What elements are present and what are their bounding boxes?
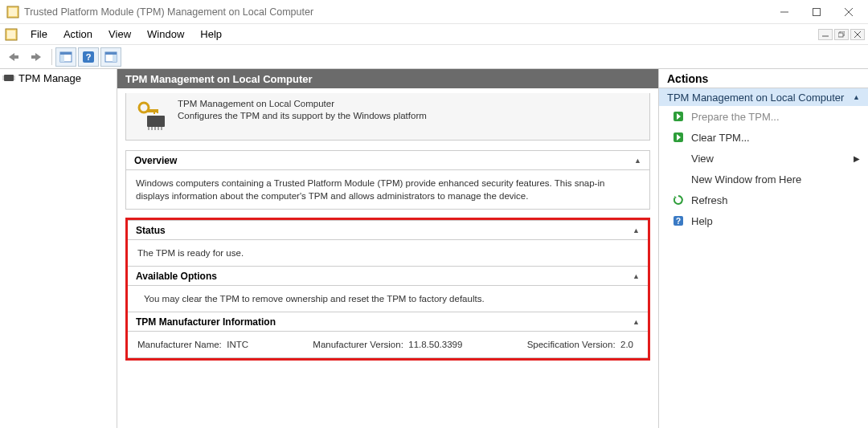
help-icon: ? (672, 214, 685, 227)
collapse-icon: ▲ (633, 272, 640, 280)
mfr-name-cell: Manufacturer Name: INTC (137, 338, 248, 351)
show-hide-tree-button[interactable] (55, 47, 76, 67)
options-section: Available Options ▲ You may clear the TP… (128, 267, 648, 312)
blank-icon (672, 152, 685, 165)
tpm-chip-icon (2, 71, 16, 84)
status-section: Status ▲ The TPM is ready for use. (128, 220, 648, 267)
child-restore-button[interactable] (834, 29, 849, 40)
overview-title: Overview (134, 155, 177, 166)
action-view[interactable]: View ▶ (659, 148, 868, 169)
actions-group-label: TPM Management on Local Computer (667, 92, 844, 104)
svg-rect-7 (7, 31, 15, 39)
child-minimize-button[interactable] (818, 29, 833, 40)
app-icon (6, 6, 19, 18)
actions-group-header[interactable]: TPM Management on Local Computer ▲ (659, 88, 868, 106)
chevron-right-icon: ▶ (854, 154, 860, 163)
options-title: Available Options (136, 271, 217, 282)
svg-rect-21 (105, 52, 117, 55)
back-button[interactable] (3, 47, 24, 67)
spec-version-value: 2.0 (620, 340, 633, 349)
action-refresh[interactable]: Refresh (659, 190, 868, 210)
main-panes: TPM Manage TPM Management on Local Compu… (0, 69, 868, 428)
svg-rect-17 (60, 55, 64, 62)
action-clear-label: Clear TPM... (691, 132, 750, 144)
center-pane: TPM Management on Local Computer (117, 69, 659, 428)
collapse-icon: ▲ (634, 157, 641, 165)
window-title: Trusted Platform Module (TPM) Management… (24, 6, 768, 18)
arrow-right-green-icon (672, 131, 685, 144)
svg-rect-3 (813, 8, 821, 15)
menu-action[interactable]: Action (55, 26, 100, 43)
menu-window[interactable]: Window (139, 26, 192, 43)
action-help[interactable]: ? Help (659, 210, 868, 231)
child-window-controls (818, 29, 865, 40)
tree-root-item[interactable]: TPM Manage (0, 69, 117, 87)
mfr-version-label: Manufacturer Version: (313, 340, 403, 349)
svg-rect-13 (14, 55, 18, 59)
svg-rect-16 (60, 52, 72, 55)
menu-view[interactable]: View (100, 26, 139, 43)
key-chip-icon (136, 100, 168, 132)
intro-title: TPM Management on Local Computer (178, 98, 427, 110)
collapse-icon: ▲ (633, 226, 640, 234)
intro-description: Configures the TPM and its support by th… (178, 110, 427, 122)
action-prepare-tpm[interactable]: Prepare the TPM... (659, 106, 868, 127)
overview-header[interactable]: Overview ▲ (126, 151, 649, 170)
show-hide-action-button[interactable] (100, 47, 121, 67)
overview-section: Overview ▲ Windows computers containing … (125, 150, 650, 210)
window-controls (768, 1, 865, 23)
svg-rect-37 (147, 109, 157, 112)
forward-button[interactable] (26, 47, 47, 67)
child-close-button[interactable] (850, 29, 865, 40)
svg-text:?: ? (86, 52, 92, 62)
spec-version-cell: Specification Version: 2.0 (527, 338, 633, 351)
action-new-window-label: New Window from Here (691, 173, 801, 185)
mfr-name-value: INTC (227, 340, 248, 349)
center-body: TPM Management on Local Computer Configu… (117, 88, 658, 369)
action-help-label: Help (691, 215, 713, 227)
action-prepare-label: Prepare the TPM... (691, 111, 780, 123)
status-body: The TPM is ready for use. (128, 240, 648, 266)
status-header[interactable]: Status ▲ (128, 221, 648, 240)
help-toolbar-button[interactable]: ? (78, 47, 99, 67)
menu-help[interactable]: Help (192, 26, 230, 43)
manufacturer-row: Manufacturer Name: INTC Manufacturer Ver… (137, 338, 638, 351)
svg-rect-1 (9, 8, 17, 16)
maximize-button[interactable] (800, 1, 833, 23)
highlighted-region: Status ▲ The TPM is ready for use. Avail… (125, 218, 650, 361)
mfr-version-cell: Manufacturer Version: 11.8.50.3399 (313, 338, 462, 351)
menu-bar: File Action View Window Help (0, 24, 868, 45)
actions-pane: Actions TPM Management on Local Computer… (659, 69, 868, 428)
title-bar: Trusted Platform Module (TPM) Management… (0, 0, 868, 24)
action-view-label: View (691, 153, 714, 165)
mmc-icon (5, 28, 18, 41)
minimize-button[interactable] (768, 1, 800, 23)
toolbar-separator (51, 49, 52, 65)
svg-rect-39 (157, 109, 158, 113)
svg-rect-38 (154, 109, 155, 114)
svg-rect-30 (147, 116, 165, 127)
svg-rect-10 (838, 33, 843, 37)
close-button[interactable] (833, 1, 865, 23)
arrow-right-green-icon (672, 110, 685, 123)
svg-rect-23 (4, 75, 14, 81)
overview-body: Windows computers containing a Trusted P… (126, 170, 649, 209)
intro-box: TPM Management on Local Computer Configu… (125, 93, 650, 141)
mfr-version-value: 11.8.50.3399 (408, 340, 462, 349)
tree-root-label: TPM Manage (18, 72, 81, 84)
menu-file[interactable]: File (23, 26, 55, 43)
spec-version-label: Specification Version: (527, 340, 616, 349)
actions-header: Actions (659, 69, 868, 88)
manufacturer-title: TPM Manufacturer Information (136, 316, 276, 328)
manufacturer-header[interactable]: TPM Manufacturer Information ▲ (128, 312, 648, 332)
options-body: You may clear the TPM to remove ownershi… (128, 286, 648, 312)
options-header[interactable]: Available Options ▲ (128, 267, 648, 286)
center-header: TPM Management on Local Computer (117, 69, 658, 88)
collapse-icon: ▲ (633, 318, 640, 326)
action-clear-tpm[interactable]: Clear TPM... (659, 127, 868, 148)
manufacturer-body: Manufacturer Name: INTC Manufacturer Ver… (128, 332, 648, 357)
toolbar: ? (0, 45, 868, 69)
blank-icon (672, 173, 685, 185)
action-new-window[interactable]: New Window from Here (659, 169, 868, 190)
collapse-icon: ▲ (853, 93, 860, 101)
